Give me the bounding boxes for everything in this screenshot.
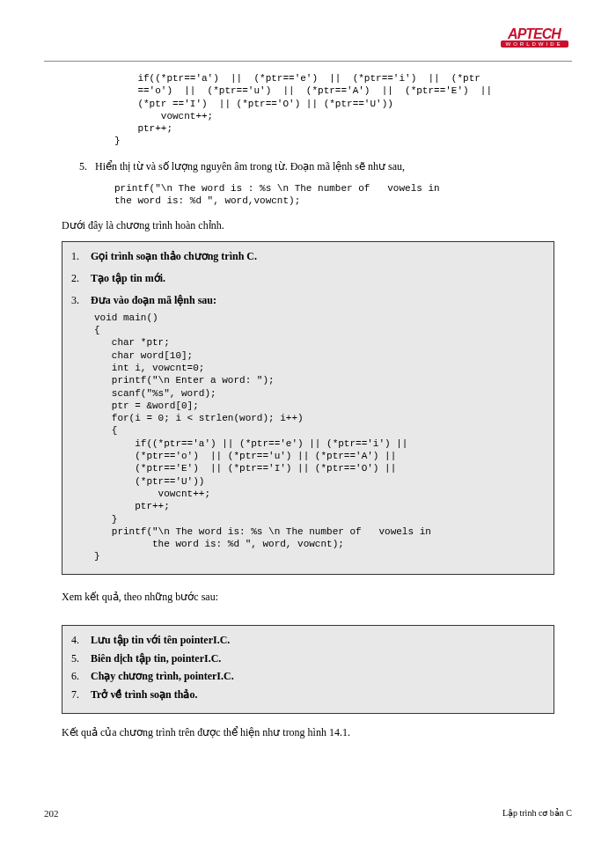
- box2-item4-text: Lưu tập tin với tên pointerI.C.: [91, 633, 545, 648]
- logo-text-sub: WORLDWIDE: [501, 40, 568, 48]
- box1-item2-text: Tạo tập tin mới.: [91, 271, 545, 286]
- aptech-logo: APTECH WORLDWIDE: [496, 26, 572, 55]
- box1-item3-num: 3.: [71, 293, 91, 308]
- steps-box-secondary: 4. Lưu tập tin với tên pointerI.C. 5. Bi…: [62, 625, 554, 714]
- page-header: APTECH WORLDWIDE: [44, 26, 572, 62]
- intro-complete-program: Dưới đây là chương trình hoàn chỉnh.: [62, 219, 572, 232]
- code-snippet-top: if((*ptr=='a') || (*ptr=='e') || (*ptr==…: [114, 72, 572, 148]
- box1-item2-num: 2.: [71, 271, 91, 286]
- box2-item5-num: 5.: [71, 651, 91, 666]
- box1-item1-num: 1.: [71, 249, 91, 264]
- box1-code-main: void main() { char *ptr; char word[10]; …: [94, 312, 545, 563]
- box2-item5-text: Biên dịch tập tin, pointerI.C.: [91, 651, 545, 666]
- step-5-text: Hiển thị từ và số lượng nguyên âm trong …: [95, 160, 405, 173]
- result-figure-reference: Kết quả của chương trình trên được thể h…: [62, 726, 572, 739]
- page-footer: 202 Lập trình cơ bản C: [44, 808, 572, 819]
- box2-item6-text: Chạy chương trình, pointerI.C.: [91, 669, 545, 684]
- box1-item3-text: Đưa vào đoạn mã lệnh sau:: [91, 293, 545, 308]
- page-number: 202: [44, 808, 59, 819]
- box2-item4-num: 4.: [71, 633, 91, 648]
- box1-item1-text: Gọi trình soạn thảo chương trình C.: [91, 249, 545, 264]
- code-snippet-printf: printf("\n The word is : %s \n The numbe…: [114, 182, 572, 208]
- box2-item7-text: Trở về trình soạn thảo.: [91, 687, 545, 702]
- step-5: 5. Hiển thị từ và số lượng nguyên âm tro…: [79, 160, 572, 173]
- view-results-intro: Xem kết quả, theo những bước sau:: [62, 591, 572, 604]
- box2-item6-num: 6.: [71, 669, 91, 684]
- footer-title: Lập trình cơ bản C: [502, 808, 572, 819]
- code-box-main: 1. Gọi trình soạn thảo chương trình C. 2…: [62, 241, 554, 574]
- box2-item7-num: 7.: [71, 687, 91, 702]
- step-5-number: 5.: [79, 160, 95, 173]
